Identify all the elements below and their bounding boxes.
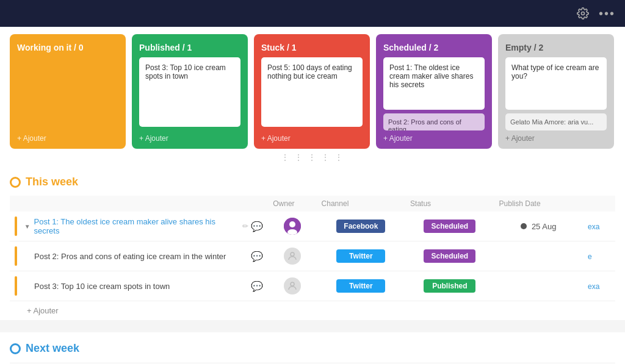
kanban-col-stuck-title: Stuck / 1 (261, 43, 363, 52)
row1-dot (521, 223, 527, 229)
col-status-header: Status (405, 196, 494, 212)
svg-point-5 (291, 282, 294, 286)
kanban-col-published-title: Published / 1 (139, 43, 240, 52)
row1-extra-link[interactable]: exa (588, 223, 599, 231)
row2-bar (15, 246, 17, 266)
row3-bar (15, 276, 17, 296)
row2-pubdate-cell (494, 241, 583, 271)
kanban-col-scheduled-title: Scheduled / 2 (383, 43, 485, 52)
next-week-title: Next week (26, 342, 79, 355)
next-week-icon (10, 343, 21, 354)
row1-title-cell: ▼ Post 1: The oldest ice cream maker ali… (10, 212, 268, 241)
row1-bar (15, 216, 17, 236)
table-row: Post 2: Pros and cons of eating ice crea… (10, 241, 615, 271)
row2-avatar (284, 248, 301, 265)
row3-avatar (284, 277, 301, 294)
next-week-header: Next week (10, 342, 615, 355)
row1-edit-icon[interactable]: ✏ (242, 222, 248, 230)
row2-channel-badge: Twitter (336, 249, 385, 263)
svg-point-4 (291, 252, 294, 256)
kanban-card-published-1: Post 3: Top 10 ice cream spots in town (139, 57, 240, 127)
row3-owner-cell (268, 271, 316, 301)
divider-handle: ⋮ ⋮ ⋮ ⋮ ⋮ (281, 152, 344, 162)
settings-button[interactable] (577, 7, 589, 20)
table-row: ▼ Post 1: The oldest ice cream maker ali… (10, 212, 615, 241)
kanban-col-empty: Empty / 2 What type of ice cream are you… (498, 34, 614, 149)
kanban-card-stuck-1: Post 5: 100 days of eating nothing but i… (261, 57, 363, 127)
row2-channel-cell: Twitter (317, 241, 405, 271)
row2-owner-cell (268, 241, 316, 271)
row1-status-badge: Scheduled (424, 219, 475, 233)
row1-owner-cell (268, 212, 316, 241)
row1-publish-date: 25 Aug (532, 222, 557, 231)
kanban-col-published: Published / 1 Post 3: Top 10 ice cream s… (132, 34, 248, 149)
next-week-section: Next week Owner Channel Status Publish D… (0, 332, 625, 364)
row3-extra-cell: exa (583, 271, 615, 301)
table-row: Post 3: Top 10 ice cream spots in town 💬… (10, 271, 615, 301)
col-title-header (10, 196, 268, 212)
col-pubdate-header: Publish Date (494, 196, 583, 212)
kanban-col-scheduled-add[interactable]: + Ajouter (383, 130, 485, 143)
kanban-col-stuck: Stuck / 1 Post 5: 100 days of eating not… (254, 34, 370, 149)
svg-point-2 (289, 221, 295, 227)
kanban-col-empty-title: Empty / 2 (505, 43, 607, 52)
col-owner-header: Owner (268, 196, 316, 212)
row1-status-cell: Scheduled (405, 212, 494, 241)
col-channel-header: Channel (317, 196, 405, 212)
row1-comment-icon[interactable]: 💬 (251, 221, 263, 232)
row2-status-badge: Scheduled (424, 249, 475, 263)
row1-extra-cell: exa (583, 212, 615, 241)
row3-status-cell: Published (405, 271, 494, 301)
row3-channel-badge: Twitter (336, 279, 385, 293)
this-week-section: This week Owner Channel Status Publish D… (0, 166, 625, 320)
more-button[interactable]: ••• (599, 7, 615, 21)
kanban-card-empty-2: Gelato Mia Amore: aria vu... (505, 113, 607, 130)
kanban-col-stuck-add[interactable]: + Ajouter (261, 130, 363, 143)
kanban-col-published-add[interactable]: + Ajouter (139, 130, 240, 143)
this-week-icon (10, 177, 21, 188)
kanban-col-working-title: Working on it / 0 (17, 43, 118, 52)
row2-comment-icon[interactable]: 💬 (251, 251, 263, 262)
svg-point-0 (581, 12, 584, 15)
kanban-col-empty-add[interactable]: + Ajouter (505, 130, 607, 143)
col-extra-header (583, 196, 615, 212)
kanban-col-working: Working on it / 0 + Ajouter (10, 34, 126, 149)
row1-pubdate-cell: 25 Aug (494, 212, 583, 241)
kanban-col-scheduled: Scheduled / 2 Post 1: The oldest ice cre… (376, 34, 492, 149)
row3-channel-cell: Twitter (317, 271, 405, 301)
section-divider[interactable]: ⋮ ⋮ ⋮ ⋮ ⋮ (0, 149, 625, 166)
this-week-header: This week (10, 176, 615, 188)
row2-extra-cell: e (583, 241, 615, 271)
this-week-add-row[interactable]: + Ajouter (10, 301, 615, 320)
row1-channel-badge: Facebook (336, 219, 385, 233)
row3-pubdate-cell (494, 271, 583, 301)
row2-extra-link[interactable]: e (588, 252, 592, 261)
row3-comment-icon[interactable]: 💬 (251, 280, 263, 292)
row3-status-badge: Published (424, 279, 475, 293)
top-nav: ••• (0, 0, 625, 27)
this-week-table: Owner Channel Status Publish Date ▼ Post… (10, 196, 615, 301)
row3-post-text: Post 3: Top 10 ice cream spots in town (34, 282, 170, 291)
row3-extra-link[interactable]: exa (588, 282, 599, 291)
row2-title-cell: Post 2: Pros and cons of eating ice crea… (10, 241, 268, 271)
kanban-card-scheduled-2: Post 2: Pros and cons of eating... (383, 113, 485, 130)
row2-status-cell: Scheduled (405, 241, 494, 271)
kanban-card-empty-1: What type of ice cream are you? (505, 57, 607, 110)
row3-title-cell: Post 3: Top 10 ice cream spots in town 💬 (10, 271, 268, 301)
kanban-board: Working on it / 0 + Ajouter Published / … (0, 27, 625, 149)
row2-post-text: Post 2: Pros and cons of eating ice crea… (34, 252, 226, 261)
row1-toggle[interactable]: ▼ (23, 222, 32, 230)
this-week-title: This week (26, 176, 78, 188)
row1-post-link[interactable]: Post 1: The oldest ice cream maker alive… (34, 217, 238, 235)
row1-channel-cell: Facebook (317, 212, 405, 241)
row1-avatar (284, 218, 301, 235)
kanban-col-working-add[interactable]: + Ajouter (17, 130, 118, 143)
kanban-card-scheduled-1: Post 1: The oldest ice cream maker alive… (383, 57, 485, 110)
